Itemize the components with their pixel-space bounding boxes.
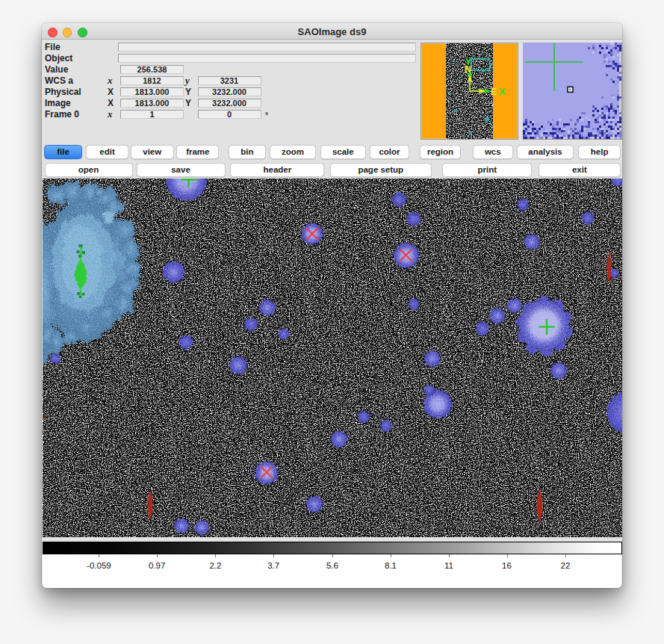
- svg-text:X: X: [499, 86, 506, 97]
- svg-text:N: N: [465, 64, 471, 75]
- svg-text:E: E: [491, 87, 497, 97]
